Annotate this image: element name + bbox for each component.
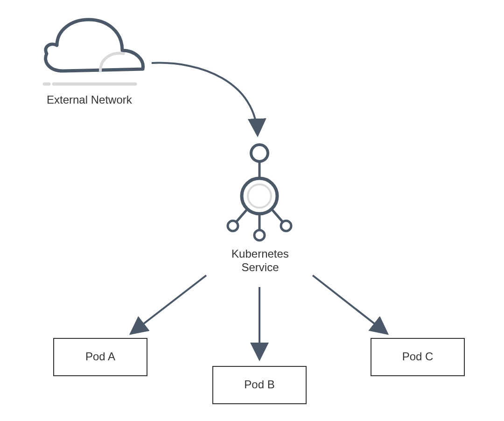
arrow-service-to-pod-a: [131, 275, 206, 334]
kubernetes-service-label: Kubernetes Service: [229, 247, 292, 274]
cloud-icon: [44, 20, 143, 84]
external-network-label: External Network: [47, 93, 132, 106]
svg-point-3: [251, 145, 268, 161]
svg-line-9: [272, 209, 284, 223]
kubernetes-service-label-line1: Kubernetes: [229, 247, 292, 261]
svg-point-12: [281, 221, 291, 231]
pod-a-label: Pod A: [54, 350, 147, 363]
arrow-service-to-pod-c: [313, 275, 387, 334]
pod-b-label: Pod B: [213, 378, 306, 391]
svg-point-10: [228, 221, 238, 231]
architecture-diagram: External Network Kubernetes Service Pod …: [0, 0, 504, 421]
svg-line-7: [235, 209, 247, 223]
kubernetes-service-label-line2: Service: [229, 261, 292, 274]
pod-c-label: Pod C: [371, 350, 464, 363]
arrow-cloud-to-service: [152, 63, 258, 135]
svg-point-11: [254, 230, 265, 240]
service-icon: [228, 145, 291, 240]
